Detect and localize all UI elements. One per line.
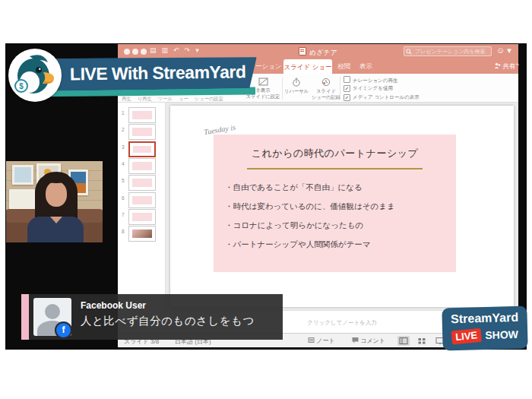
- bullet-line: ・時代は変わっているのに、価値観はそのまま: [225, 197, 395, 216]
- stream-frame: ▤▥↶↷▾ めざチア ☺ ▾ アニメーション スライド ショー 校閲 表示 共有: [0, 0, 532, 399]
- slide-thumbnail[interactable]: [128, 192, 156, 208]
- thumbnail-row[interactable]: 8: [118, 226, 166, 242]
- checkbox-use-timings[interactable]: ✓タイミングを使用: [344, 85, 393, 94]
- bullet-line: ・コロナによって明らかになったもの: [225, 216, 395, 235]
- tab-view[interactable]: 表示: [359, 62, 372, 71]
- ribbon-separator: [282, 77, 283, 100]
- rehearse-button[interactable]: リハーサル: [283, 78, 309, 94]
- search-input[interactable]: [404, 46, 492, 56]
- slide-sorter-view-button[interactable]: [416, 336, 428, 346]
- slide-thumbnail[interactable]: [128, 107, 156, 123]
- duck-mascot-icon: $: [8, 49, 62, 102]
- wall-picture-frame: [9, 189, 35, 211]
- search-icon: [406, 49, 412, 55]
- record-slideshow-button[interactable]: スライドショーの記録: [309, 78, 343, 100]
- slide-pink-box: これからの時代のパートナーシップ ・自由であることが「不自由」になる ・時代は変…: [214, 135, 456, 272]
- slide-thumbnail[interactable]: [128, 158, 156, 174]
- slide-thumbnail-selected[interactable]: [128, 141, 156, 157]
- bullet-line: ・自由であることが「不自由」になる: [225, 178, 395, 197]
- streamyard-badge: StreamYard LIVESHOW: [442, 306, 527, 351]
- ppt-doc-icon: [299, 47, 306, 55]
- share-button[interactable]: 共有: [494, 62, 515, 71]
- feedback-smiley-icon[interactable]: ☺ ▾: [496, 46, 511, 55]
- share-person-icon: [494, 62, 501, 69]
- slide-thumbnail[interactable]: [128, 209, 156, 225]
- stopwatch-icon: [292, 78, 301, 87]
- bullet-line: ・パートナーシップや人間関係がテーマ: [225, 235, 395, 254]
- notes-icon: [308, 337, 315, 344]
- facebook-icon: f: [55, 321, 72, 339]
- ribbon-hidden-fragments: 再生 り再生 ツール ョー ショーの設定: [122, 96, 260, 103]
- record-clock-icon: [321, 78, 331, 87]
- comment-overlay: f Facebook User 人と比べず自分のものさしをもつ: [21, 294, 283, 340]
- svg-text:$: $: [19, 82, 24, 90]
- comment-accent-bar: [21, 294, 29, 340]
- title-underline: [247, 168, 423, 169]
- speaker-face: [46, 182, 67, 207]
- webcam-video: [6, 161, 103, 242]
- thumbnail-row[interactable]: 1: [118, 107, 166, 124]
- live-banner-text: LIVE With StreamYard: [70, 55, 258, 90]
- thumbnail-row[interactable]: 2: [118, 124, 166, 141]
- comments-icon: [352, 337, 359, 344]
- avatar-head: [45, 304, 60, 319]
- checkbox-check-icon: ✓: [344, 85, 350, 92]
- show-text: SHOW: [485, 328, 518, 341]
- collapse-ribbon-icon[interactable]: ^: [516, 62, 519, 68]
- live-banner: LIVE With StreamYard: [40, 55, 258, 91]
- checkbox-play-narration[interactable]: ナレーションの再生: [344, 76, 397, 85]
- tab-review[interactable]: 校閲: [337, 62, 350, 71]
- normal-view-icon: [397, 336, 410, 346]
- ppt-titlebar: ▤▥↶↷▾ めざチア ☺ ▾: [118, 44, 518, 59]
- ribbon-separator: [340, 77, 340, 100]
- tab-slideshow[interactable]: スライド ショー: [283, 59, 332, 74]
- thumbnail-row-selected[interactable]: 3: [118, 141, 166, 158]
- thumbnail-row[interactable]: 5: [118, 175, 166, 192]
- wall-picture-frame: [12, 165, 33, 185]
- speaker-bangs: [43, 172, 69, 183]
- slide-thumbnail[interactable]: [128, 226, 156, 242]
- thumbnail-row[interactable]: 4: [118, 158, 166, 175]
- notes-toggle[interactable]: ノート: [308, 337, 335, 345]
- badge-brand-text: StreamYard: [442, 311, 527, 327]
- live-tag: LIVE: [451, 328, 482, 345]
- comment-message: 人と比べず自分のものさしをもつ: [81, 314, 255, 328]
- comments-toggle[interactable]: コメント: [352, 337, 385, 345]
- slide-thumbnail[interactable]: [128, 124, 156, 140]
- duck-logo: $: [8, 49, 62, 102]
- slide-thumbnail[interactable]: [128, 175, 156, 191]
- thumbnail-row[interactable]: 6: [118, 192, 166, 209]
- slide-canvas[interactable]: Tuesday is love day これからの時代のパートナーシップ ・自由…: [170, 106, 514, 307]
- checkbox-check-icon: ✓: [344, 94, 350, 101]
- comment-author: Facebook User: [81, 300, 146, 311]
- grid-view-icon: [416, 336, 428, 346]
- checkbox-unchecked-icon: [344, 76, 350, 83]
- normal-view-button[interactable]: [397, 336, 410, 346]
- thumbnail-row[interactable]: 7: [118, 209, 166, 226]
- slide-editor-area: Tuesday is love day これからの時代のパートナーシップ ・自由…: [166, 103, 518, 310]
- hidden-slide-icon: [258, 78, 268, 86]
- slide-title: これからの時代のパートナーシップ: [214, 147, 456, 160]
- slide-bullets: ・自由であることが「不自由」になる ・時代は変わっているのに、価値観はそのまま …: [225, 178, 395, 254]
- badge-live-row: LIVESHOW: [442, 328, 527, 344]
